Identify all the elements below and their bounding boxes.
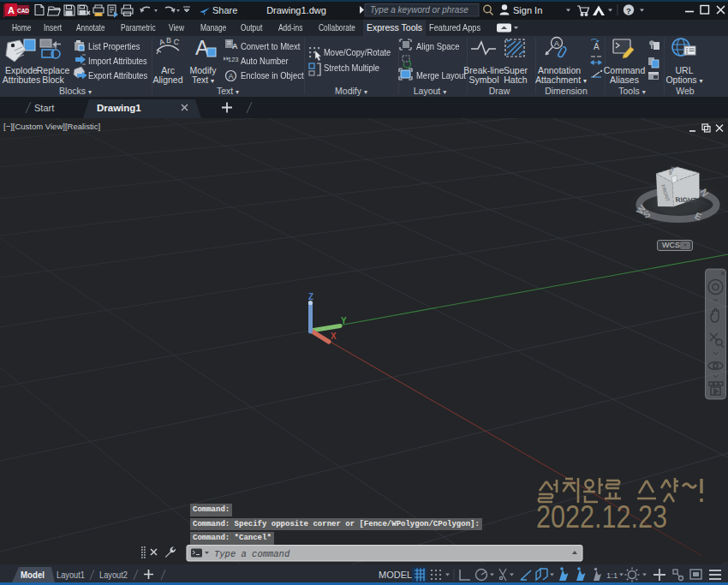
- svg-text:B: B: [166, 36, 171, 45]
- svg-text:A: A: [554, 39, 560, 48]
- svg-text:MODEL: MODEL: [379, 570, 412, 580]
- svg-text:CAD: CAD: [17, 8, 29, 14]
- svg-text:A: A: [158, 38, 166, 47]
- svg-text:A: A: [232, 42, 238, 51]
- svg-text:Z: Z: [308, 292, 313, 301]
- svg-text:Model: Model: [21, 570, 45, 580]
- svg-text:A: A: [594, 42, 600, 51]
- svg-text:Drawing1.dwg: Drawing1.dwg: [266, 5, 326, 15]
- svg-text:C: C: [172, 37, 180, 46]
- svg-text:Layout1: Layout1: [57, 570, 85, 580]
- svg-text:Type a keyword or phrase: Type a keyword or phrase: [370, 5, 468, 15]
- svg-text:2022.12.23: 2022.12.23: [536, 499, 667, 534]
- svg-text:123: 123: [228, 56, 239, 63]
- svg-text:Drawing1: Drawing1: [97, 103, 141, 113]
- svg-text:Type a command: Type a command: [214, 549, 290, 559]
- svg-text:X: X: [331, 331, 337, 341]
- svg-text:?: ?: [626, 6, 631, 15]
- svg-text:Start: Start: [34, 103, 54, 113]
- svg-text:1:1: 1:1: [606, 570, 618, 580]
- svg-text:Share: Share: [212, 5, 237, 15]
- svg-text:A: A: [8, 5, 15, 15]
- svg-text:Y: Y: [341, 316, 347, 325]
- svg-text:Layout2: Layout2: [99, 570, 128, 580]
- svg-text:Sign In: Sign In: [513, 5, 542, 15]
- svg-text:RIGHT: RIGHT: [675, 196, 698, 205]
- svg-text:A: A: [229, 72, 234, 81]
